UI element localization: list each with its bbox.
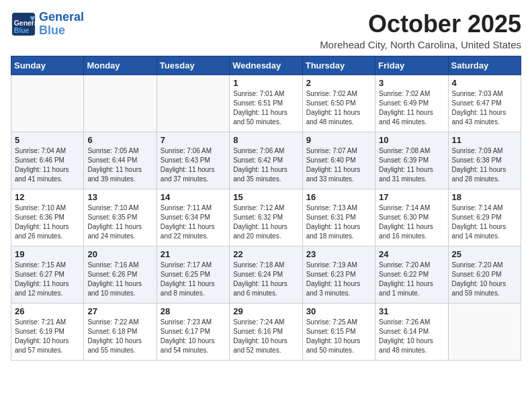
day-info: Sunrise: 7:07 AM Sunset: 6:40 PM Dayligh… (306, 146, 371, 184)
logo-text: General Blue (39, 11, 84, 38)
calendar-cell: 14Sunrise: 7:11 AM Sunset: 6:34 PM Dayli… (157, 189, 229, 246)
day-number: 28 (161, 306, 226, 316)
calendar-week-row: 12Sunrise: 7:10 AM Sunset: 6:36 PM Dayli… (11, 189, 521, 246)
day-number: 10 (379, 135, 444, 145)
day-number: 14 (161, 192, 226, 202)
day-number: 3 (379, 78, 444, 88)
day-info: Sunrise: 7:26 AM Sunset: 6:14 PM Dayligh… (379, 318, 444, 355)
calendar-cell (157, 75, 229, 132)
calendar-cell: 4Sunrise: 7:03 AM Sunset: 6:47 PM Daylig… (448, 75, 521, 132)
calendar-cell: 10Sunrise: 7:08 AM Sunset: 6:39 PM Dayli… (375, 132, 448, 189)
day-info: Sunrise: 7:21 AM Sunset: 6:19 PM Dayligh… (15, 318, 80, 355)
calendar-cell: 30Sunrise: 7:25 AM Sunset: 6:15 PM Dayli… (302, 303, 375, 360)
calendar-cell: 18Sunrise: 7:14 AM Sunset: 6:29 PM Dayli… (448, 189, 521, 246)
day-number: 6 (87, 135, 152, 145)
day-info: Sunrise: 7:10 AM Sunset: 6:35 PM Dayligh… (87, 203, 152, 241)
day-number: 17 (379, 192, 444, 202)
day-info: Sunrise: 7:20 AM Sunset: 6:22 PM Dayligh… (379, 261, 444, 298)
calendar-cell: 31Sunrise: 7:26 AM Sunset: 6:14 PM Dayli… (375, 303, 448, 360)
calendar-cell (448, 303, 521, 360)
calendar-cell: 23Sunrise: 7:19 AM Sunset: 6:23 PM Dayli… (302, 246, 375, 303)
logo: General Blue General Blue (11, 11, 84, 38)
calendar-week-row: 1Sunrise: 7:01 AM Sunset: 6:51 PM Daylig… (11, 75, 521, 132)
calendar-week-row: 19Sunrise: 7:15 AM Sunset: 6:27 PM Dayli… (11, 246, 521, 303)
calendar-cell: 6Sunrise: 7:05 AM Sunset: 6:44 PM Daylig… (84, 132, 157, 189)
weekday-header-row: SundayMondayTuesdayWednesdayThursdayFrid… (11, 56, 521, 75)
calendar-cell: 22Sunrise: 7:18 AM Sunset: 6:24 PM Dayli… (230, 246, 302, 303)
day-info: Sunrise: 7:25 AM Sunset: 6:15 PM Dayligh… (306, 318, 371, 355)
day-number: 31 (379, 306, 444, 316)
day-info: Sunrise: 7:17 AM Sunset: 6:25 PM Dayligh… (161, 261, 226, 298)
day-info: Sunrise: 7:19 AM Sunset: 6:23 PM Dayligh… (306, 261, 371, 298)
day-info: Sunrise: 7:14 AM Sunset: 6:30 PM Dayligh… (379, 203, 444, 241)
svg-text:Blue: Blue (14, 27, 30, 34)
day-number: 21 (161, 249, 226, 259)
day-info: Sunrise: 7:12 AM Sunset: 6:32 PM Dayligh… (233, 203, 298, 241)
day-info: Sunrise: 7:06 AM Sunset: 6:43 PM Dayligh… (161, 146, 226, 184)
calendar-cell: 7Sunrise: 7:06 AM Sunset: 6:43 PM Daylig… (157, 132, 229, 189)
page-header: General Blue General Blue October 2025 M… (11, 11, 521, 50)
day-info: Sunrise: 7:13 AM Sunset: 6:31 PM Dayligh… (306, 203, 371, 241)
calendar-cell: 27Sunrise: 7:22 AM Sunset: 6:18 PM Dayli… (84, 303, 157, 360)
day-info: Sunrise: 7:24 AM Sunset: 6:16 PM Dayligh… (233, 318, 298, 355)
weekday-header-friday: Friday (375, 56, 448, 75)
calendar-cell: 3Sunrise: 7:02 AM Sunset: 6:49 PM Daylig… (375, 75, 448, 132)
logo-line2: Blue (39, 24, 65, 37)
day-number: 8 (233, 135, 298, 145)
day-info: Sunrise: 7:04 AM Sunset: 6:46 PM Dayligh… (15, 146, 80, 184)
day-number: 27 (87, 306, 152, 316)
day-info: Sunrise: 7:14 AM Sunset: 6:29 PM Dayligh… (452, 203, 517, 241)
day-number: 24 (379, 249, 444, 259)
day-info: Sunrise: 7:02 AM Sunset: 6:50 PM Dayligh… (306, 89, 371, 127)
weekday-header-wednesday: Wednesday (230, 56, 302, 75)
day-number: 13 (87, 192, 152, 202)
location-title: Morehead City, North Carolina, United St… (320, 39, 521, 50)
title-block: October 2025 Morehead City, North Caroli… (320, 11, 521, 50)
weekday-header-monday: Monday (84, 56, 157, 75)
calendar-cell: 26Sunrise: 7:21 AM Sunset: 6:19 PM Dayli… (11, 303, 84, 360)
day-number: 29 (233, 306, 298, 316)
day-info: Sunrise: 7:08 AM Sunset: 6:39 PM Dayligh… (379, 146, 444, 184)
calendar-week-row: 5Sunrise: 7:04 AM Sunset: 6:46 PM Daylig… (11, 132, 521, 189)
calendar-cell: 13Sunrise: 7:10 AM Sunset: 6:35 PM Dayli… (84, 189, 157, 246)
day-number: 7 (161, 135, 226, 145)
day-number: 20 (87, 249, 152, 259)
calendar-cell: 20Sunrise: 7:16 AM Sunset: 6:26 PM Dayli… (84, 246, 157, 303)
day-number: 22 (233, 249, 298, 259)
day-number: 9 (306, 135, 371, 145)
calendar-cell: 8Sunrise: 7:06 AM Sunset: 6:42 PM Daylig… (230, 132, 302, 189)
calendar-cell: 2Sunrise: 7:02 AM Sunset: 6:50 PM Daylig… (302, 75, 375, 132)
logo-line1: General (39, 10, 84, 24)
day-info: Sunrise: 7:03 AM Sunset: 6:47 PM Dayligh… (452, 89, 517, 127)
calendar-table: SundayMondayTuesdayWednesdayThursdayFrid… (11, 56, 521, 361)
calendar-cell: 11Sunrise: 7:09 AM Sunset: 6:38 PM Dayli… (448, 132, 521, 189)
weekday-header-saturday: Saturday (448, 56, 521, 75)
day-info: Sunrise: 7:06 AM Sunset: 6:42 PM Dayligh… (233, 146, 298, 184)
day-info: Sunrise: 7:16 AM Sunset: 6:26 PM Dayligh… (87, 261, 152, 298)
calendar-week-row: 26Sunrise: 7:21 AM Sunset: 6:19 PM Dayli… (11, 303, 521, 360)
day-number: 2 (306, 78, 371, 88)
day-number: 15 (233, 192, 298, 202)
day-number: 4 (452, 78, 517, 88)
day-info: Sunrise: 7:01 AM Sunset: 6:51 PM Dayligh… (233, 89, 298, 127)
month-title: October 2025 (320, 11, 521, 38)
calendar-cell: 1Sunrise: 7:01 AM Sunset: 6:51 PM Daylig… (230, 75, 302, 132)
day-number: 11 (452, 135, 517, 145)
day-info: Sunrise: 7:18 AM Sunset: 6:24 PM Dayligh… (233, 261, 298, 298)
day-number: 5 (15, 135, 80, 145)
weekday-header-tuesday: Tuesday (157, 56, 229, 75)
day-info: Sunrise: 7:20 AM Sunset: 6:20 PM Dayligh… (452, 261, 517, 298)
day-number: 25 (452, 249, 517, 259)
weekday-header-sunday: Sunday (11, 56, 84, 75)
day-number: 1 (233, 78, 298, 88)
day-number: 23 (306, 249, 371, 259)
calendar-cell: 12Sunrise: 7:10 AM Sunset: 6:36 PM Dayli… (11, 189, 84, 246)
calendar-cell (11, 75, 84, 132)
day-number: 26 (15, 306, 80, 316)
day-number: 18 (452, 192, 517, 202)
calendar-cell (84, 75, 157, 132)
calendar-cell: 16Sunrise: 7:13 AM Sunset: 6:31 PM Dayli… (302, 189, 375, 246)
day-info: Sunrise: 7:11 AM Sunset: 6:34 PM Dayligh… (161, 203, 226, 241)
day-info: Sunrise: 7:09 AM Sunset: 6:38 PM Dayligh… (452, 146, 517, 184)
calendar-cell: 29Sunrise: 7:24 AM Sunset: 6:16 PM Dayli… (230, 303, 302, 360)
